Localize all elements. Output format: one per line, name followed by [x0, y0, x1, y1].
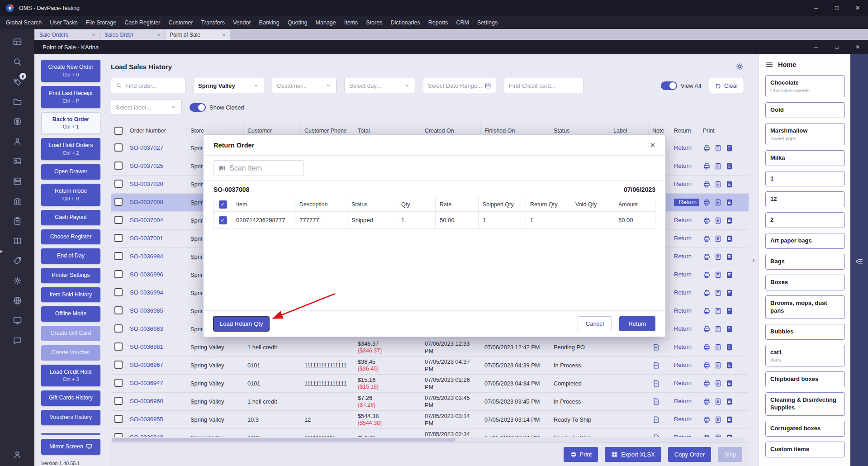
print-receipt-icon[interactable]	[703, 380, 711, 387]
action-mirror-screen[interactable]: Mirror Screen	[41, 439, 100, 455]
credit-card-input[interactable]: Find Credit card...	[504, 78, 583, 93]
action-offline-mode[interactable]: Offline Mode	[41, 306, 100, 322]
print-invoice-icon[interactable]	[726, 253, 733, 261]
menu-file-storage[interactable]: File Storage	[82, 19, 120, 26]
modal-close-icon[interactable]: ✕	[650, 141, 655, 149]
note-icon[interactable]	[652, 434, 667, 437]
action-vouchers-history[interactable]: Vouchers History	[41, 410, 100, 425]
pos-minimize-icon[interactable]: ─	[806, 40, 826, 54]
item-custom-items[interactable]: Custom items	[765, 442, 845, 457]
print-label-icon[interactable]	[714, 380, 722, 387]
print-receipt-icon[interactable]	[703, 199, 711, 206]
return-button[interactable]: Return	[674, 181, 692, 187]
row-checkbox[interactable]	[114, 379, 123, 387]
row-checkbox[interactable]	[114, 306, 123, 314]
show-closed-toggle[interactable]: Show Closed	[190, 103, 244, 112]
modal-select-all-checkbox[interactable]	[219, 200, 227, 209]
print-receipt-icon[interactable]	[703, 253, 711, 261]
contacts-icon[interactable]	[8, 131, 27, 151]
menu-vendor[interactable]: Vendor	[229, 19, 255, 26]
print-label-icon[interactable]	[714, 398, 722, 405]
action-create-voucher[interactable]: Create Voucher	[41, 345, 100, 361]
action-printer-settings[interactable]: Printer Settings	[41, 268, 100, 283]
order-link[interactable]: SO-0036948	[130, 434, 163, 437]
row-checkbox[interactable]	[114, 342, 123, 351]
minimize-icon[interactable]: ─	[806, 0, 826, 16]
web-icon[interactable]	[8, 290, 27, 310]
day-select[interactable]: Select day...	[344, 78, 415, 93]
return-button[interactable]: Return	[674, 380, 692, 386]
pos-close-icon[interactable]: ✕	[847, 40, 868, 54]
table-row[interactable]: SO-0036955Spring Valley10.312$544.38($54…	[111, 411, 749, 429]
return-button[interactable]: Return	[674, 144, 692, 151]
print-label-icon[interactable]	[714, 307, 722, 315]
order-link[interactable]: SO-0036983	[130, 325, 163, 332]
action-item-sold-history[interactable]: Item Sold History	[41, 287, 100, 303]
tags-icon[interactable]: 9	[8, 71, 27, 91]
order-link[interactable]: SO-0037008	[130, 199, 163, 205]
menu-items[interactable]: Items	[340, 19, 362, 26]
order-link[interactable]: SO-0036981	[130, 343, 163, 350]
date-range-select[interactable]: Select Date Range...	[423, 78, 496, 93]
menu-quoting[interactable]: Quoting	[284, 19, 312, 26]
print-receipt-icon[interactable]	[703, 398, 711, 405]
dashboard-icon[interactable]	[8, 32, 27, 52]
col-print[interactable]: Print	[699, 125, 749, 136]
tab-sales-order[interactable]: Sales Order ✕	[100, 30, 165, 40]
print-invoice-icon[interactable]	[726, 380, 733, 387]
col-order-number[interactable]: Order Number	[126, 125, 187, 136]
return-button[interactable]: Return	[674, 434, 692, 437]
action-create-new-order[interactable]: Create New Order Ctrl + 0	[41, 60, 100, 82]
print-receipt-icon[interactable]	[703, 162, 711, 170]
modal-cell-return-qty[interactable]: 1	[526, 212, 571, 228]
note-icon[interactable]	[652, 398, 667, 405]
print-invoice-icon[interactable]	[726, 235, 733, 243]
print-label-icon[interactable]	[714, 235, 722, 243]
order-link[interactable]: SO-0036947	[130, 380, 163, 386]
print-label-icon[interactable]	[714, 199, 722, 206]
return-button[interactable]: Return	[674, 343, 692, 350]
print-label-icon[interactable]	[714, 343, 722, 351]
row-checkbox[interactable]	[114, 397, 123, 405]
print-receipt-icon[interactable]	[703, 271, 711, 279]
find-order-input[interactable]: Find order...	[111, 78, 185, 93]
print-button[interactable]: Print	[564, 447, 598, 462]
ship-button[interactable]: Ship	[718, 447, 742, 462]
menu-dictionaries[interactable]: Dictionaries	[386, 19, 424, 26]
expand-menu-icon[interactable]	[855, 257, 863, 266]
row-checkbox[interactable]	[114, 180, 123, 188]
print-invoice-icon[interactable]	[726, 289, 733, 297]
print-label-icon[interactable]	[714, 217, 722, 224]
action-load-hold-orders[interactable]: Load Hold Orders Ctrl + 2	[41, 138, 100, 160]
return-button[interactable]: Return	[674, 289, 692, 296]
print-receipt-icon[interactable]	[703, 235, 711, 243]
note-icon[interactable]	[652, 361, 667, 369]
item-chocolate[interactable]: Chocolate Chocolate sweets	[765, 75, 845, 97]
print-invoice-icon[interactable]	[726, 144, 733, 152]
menu-banking[interactable]: Banking	[255, 19, 284, 26]
return-button[interactable]: Return	[674, 307, 692, 314]
print-label-icon[interactable]	[714, 416, 722, 423]
order-link[interactable]: SO-0037020	[130, 181, 163, 187]
return-button[interactable]: Return	[674, 271, 692, 278]
gallery-icon[interactable]	[8, 151, 27, 171]
print-receipt-icon[interactable]	[703, 144, 711, 152]
row-checkbox[interactable]	[114, 324, 123, 333]
order-link[interactable]: SO-0036994	[130, 289, 163, 296]
scrollbar-thumb[interactable]	[112, 438, 455, 442]
order-link[interactable]: SO-0037001	[130, 235, 163, 242]
label-select[interactable]: Select label...	[111, 100, 182, 115]
chat-icon[interactable]	[8, 330, 27, 350]
return-button[interactable]: Return	[674, 416, 692, 423]
return-button[interactable]: Return	[674, 217, 692, 223]
item-marshmallow[interactable]: Marshmallow Sweet pops	[765, 123, 845, 145]
modal-table-row[interactable]: 020714236298777777777;Shipped150.001150.…	[213, 212, 655, 229]
menu-cash-register[interactable]: Cash Register	[120, 19, 164, 26]
action-cash-payout[interactable]: Cash Payout	[41, 210, 100, 225]
return-button[interactable]: Return	[674, 199, 699, 206]
print-label-icon[interactable]	[714, 253, 722, 261]
menu-stores[interactable]: Stores	[362, 19, 386, 26]
order-link[interactable]: SO-0036984	[130, 253, 163, 260]
modal-row-checkbox[interactable]	[219, 216, 227, 224]
print-receipt-icon[interactable]	[703, 325, 711, 333]
